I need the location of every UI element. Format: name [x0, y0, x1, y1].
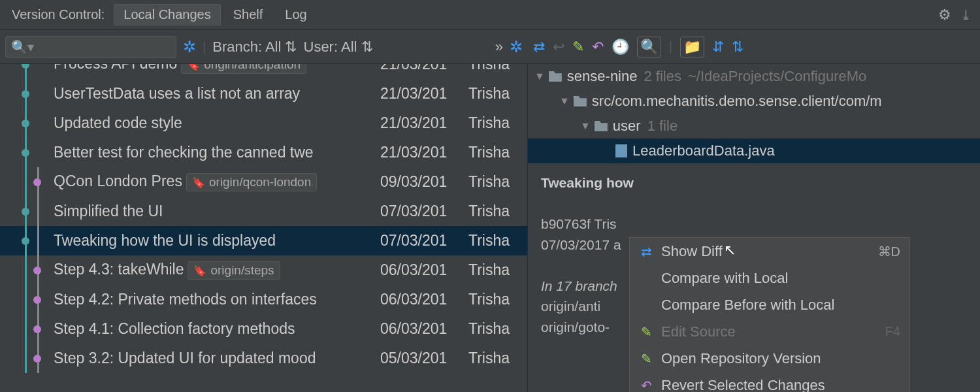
edit-icon[interactable]: ✎: [572, 39, 584, 56]
branch-tag: 🔖origin/steps: [188, 261, 280, 280]
commit-date: 09/03/201: [380, 173, 468, 191]
commit-date: 21/03/201: [380, 64, 468, 73]
commit-message: Better test for checking the canned twe: [54, 144, 380, 161]
tab-local-changes[interactable]: Local Changes: [114, 4, 220, 25]
menu-item[interactable]: ↶Revert Selected Changes: [630, 372, 909, 392]
commit-message: Updated code style: [54, 114, 380, 132]
commit-row[interactable]: Step 4.1: Collection factory methods06/0…: [0, 314, 527, 344]
commit-date: 21/03/201: [380, 144, 468, 161]
download-icon[interactable]: ⤓: [956, 6, 975, 24]
menu-item-label: Open Repository Version: [661, 350, 821, 367]
tab-log[interactable]: Log: [275, 4, 316, 25]
menu-shortcut: F4: [885, 324, 900, 339]
commit-row[interactable]: Better test for checking the canned twe2…: [0, 138, 527, 167]
tab-bar: Version Control: Local Changes Shelf Log…: [0, 0, 980, 30]
commit-date: 06/03/201: [380, 291, 468, 308]
menu-item-label: Show Diff: [661, 243, 723, 260]
group-icon[interactable]: 📁: [680, 37, 704, 57]
menu-item[interactable]: Compare with Local: [630, 265, 909, 291]
commit-date: 07/03/201: [380, 203, 468, 220]
pencil-icon: ✎: [639, 324, 653, 340]
diff-icon[interactable]: ⇄: [533, 39, 545, 56]
folder-icon: [595, 121, 608, 131]
commit-row[interactable]: Process API demo🔖origin/anticipation21/0…: [0, 64, 527, 79]
more-filters[interactable]: »: [495, 39, 503, 56]
history-icon[interactable]: 🕘: [612, 39, 629, 56]
menu-item: ✎Edit SourceF4: [630, 318, 909, 345]
menu-item-label: Edit Source: [661, 323, 736, 340]
commit-message: Step 4.1: Collection factory methods: [54, 320, 380, 338]
commit-message: Tweaking how the UI is displayed: [54, 232, 380, 250]
commit-message: Simplified the UI: [54, 203, 380, 220]
commit-date: 05/03/201: [380, 350, 468, 367]
filter-toolbar: 🔍▾ ✲ | Branch: All ⇅ User: All ⇅ » ✲ ⇄ ↩…: [0, 30, 980, 64]
commit-row[interactable]: Step 4.2: Private methods on interfaces0…: [0, 285, 527, 314]
revert-icon[interactable]: ↩: [553, 39, 564, 56]
filter-gear-icon[interactable]: ✲: [183, 38, 196, 56]
tree-dir[interactable]: ▼ user 1 file: [528, 114, 980, 139]
commit-date: 07/03/201: [380, 232, 468, 250]
commit-row[interactable]: QCon London Pres🔖origin/qcon-london09/03…: [0, 167, 527, 197]
commit-log: Process API demo🔖origin/anticipation21/0…: [0, 64, 528, 392]
collapse-icon[interactable]: ⇅: [732, 39, 743, 56]
chevron-down-icon: ▼: [559, 95, 570, 107]
filter-gear2-icon[interactable]: ✲: [510, 38, 523, 56]
commit-author: Trisha: [468, 350, 527, 367]
java-file-icon: [615, 144, 627, 157]
detail-pane: ▼ sense-nine 2 files ~/IdeaProjects/Conf…: [528, 64, 980, 392]
menu-shortcut: ⌘D: [878, 244, 900, 259]
commit-date: 21/03/201: [380, 114, 468, 132]
commit-author: Trisha: [468, 232, 527, 250]
arrow-in-icon: ⇄: [639, 244, 653, 259]
folder-icon: [549, 71, 562, 82]
menu-item-label: Compare Before with Local: [661, 297, 834, 314]
detail-title: Tweaking how: [541, 172, 967, 193]
undo-icon: ↶: [639, 378, 653, 393]
commit-date: 06/03/201: [380, 261, 468, 279]
menu-item-label: Compare with Local: [661, 270, 788, 287]
commit-row[interactable]: Tweaking how the UI is displayed07/03/20…: [0, 226, 527, 255]
commit-message: Step 3.2: Updated UI for updated mood: [54, 350, 380, 367]
commit-message: Process API demo🔖origin/anticipation: [54, 64, 380, 74]
search-icon: 🔍▾: [11, 39, 34, 55]
commit-author: Trisha: [468, 320, 527, 338]
expand-icon[interactable]: ⇵: [712, 39, 724, 56]
search-input[interactable]: 🔍▾: [5, 36, 176, 58]
commit-message: UserTestData uses a list not an array: [54, 85, 380, 103]
commit-author: Trisha: [468, 203, 527, 220]
branch-filter[interactable]: Branch: All ⇅: [212, 39, 297, 56]
commit-row[interactable]: Step 4.3: takeWhile🔖origin/steps06/03/20…: [0, 255, 527, 285]
tree-pkg[interactable]: ▼ src/com.mechanitis.demo.sense.client/c…: [528, 89, 980, 114]
commit-author: Trisha: [468, 114, 527, 132]
folder-icon: [574, 96, 587, 106]
user-filter[interactable]: User: All ⇅: [304, 39, 373, 56]
commit-row[interactable]: Updated code style21/03/201Trisha: [0, 108, 527, 138]
menu-item-label: Revert Selected Changes: [661, 377, 825, 393]
menu-item[interactable]: ✎Open Repository Version: [630, 345, 909, 372]
tree-file[interactable]: LeaderboardData.java: [528, 139, 980, 163]
pencil-icon: ✎: [639, 351, 653, 367]
commit-author: Trisha: [468, 291, 527, 308]
commit-row[interactable]: UserTestData uses a list not an array21/…: [0, 79, 527, 108]
tab-shelf[interactable]: Shelf: [223, 4, 273, 25]
commit-author: Trisha: [468, 173, 527, 191]
preview-icon[interactable]: 🔍: [637, 37, 661, 57]
commit-date: 06/03/201: [380, 320, 468, 338]
branch-tag: 🔖origin/anticipation: [181, 64, 306, 74]
commit-date: 21/03/201: [380, 85, 468, 103]
commit-author: Trisha: [468, 144, 527, 161]
undo-icon[interactable]: ↶: [592, 39, 604, 56]
commit-message: Step 4.2: Private methods on interfaces: [54, 291, 380, 308]
gear-icon[interactable]: ⚙: [936, 6, 954, 24]
menu-item[interactable]: ⇄Show Diff⌘D: [630, 238, 909, 265]
commit-row[interactable]: Simplified the UI07/03/201Trisha: [0, 197, 527, 226]
detail-hash: b90763f Tris: [541, 214, 967, 235]
tree-root[interactable]: ▼ sense-nine 2 files ~/IdeaProjects/Conf…: [528, 64, 980, 89]
commit-author: Trisha: [468, 64, 527, 73]
commit-row[interactable]: Step 3.2: Updated UI for updated mood05/…: [0, 344, 527, 373]
menu-item[interactable]: Compare Before with Local: [630, 291, 909, 318]
commit-author: Trisha: [468, 85, 527, 103]
commit-message: Step 4.3: takeWhile🔖origin/steps: [54, 261, 380, 280]
panel-label: Version Control:: [5, 7, 111, 22]
chevron-down-icon: ▼: [534, 71, 545, 82]
